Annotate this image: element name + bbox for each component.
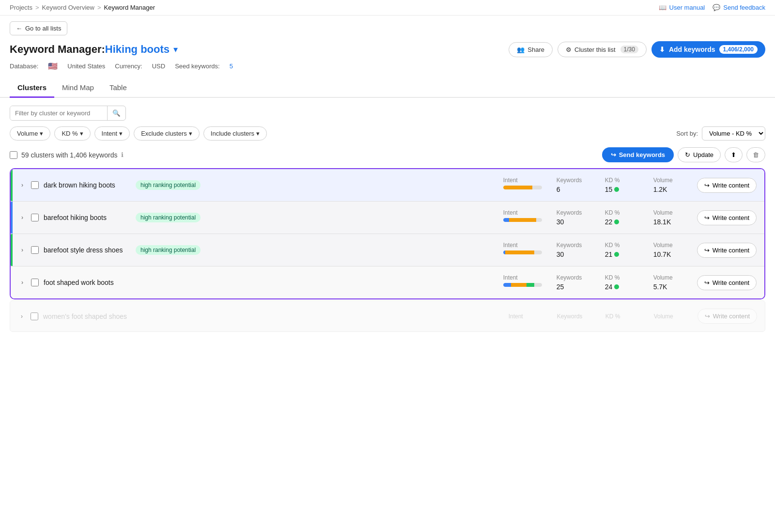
cluster-this-list-button[interactable]: ⚙ Cluster this list 1/30 (558, 42, 647, 57)
breadcrumb-projects[interactable]: Projects (10, 4, 32, 11)
send-keywords-button[interactable]: ↪ Send keywords (602, 147, 674, 162)
chevron-down-icon: ▾ (189, 130, 192, 137)
volume-value-4: 5.7K (653, 283, 667, 291)
intent-label-4: Intent (503, 274, 518, 281)
kd-metric-3: KD % 21 (605, 242, 639, 258)
cluster-name-area-4: foot shaped work boots (44, 279, 503, 286)
keywords-metric-4: Keywords 25 (557, 274, 590, 291)
include-clusters-filter[interactable]: Include clusters ▾ (203, 126, 267, 141)
row-2-checkbox[interactable] (31, 214, 39, 221)
partial-name-area: women's foot shaped shoes (43, 313, 509, 320)
top-actions: 📖 User manual 💬 Send feedback (659, 4, 765, 11)
page-title-name: Hiking boots (105, 43, 170, 56)
row-4-checkbox[interactable] (31, 279, 39, 286)
kd-label-2: KD % (605, 209, 620, 216)
sort-select[interactable]: Volume - KD % (702, 126, 765, 141)
title-chevron-icon[interactable]: ▾ (173, 44, 178, 55)
intent-metric-4: Intent (503, 274, 542, 287)
volume-label-4: Volume (653, 274, 673, 281)
row-1-checkbox[interactable] (31, 181, 39, 189)
export-button[interactable]: ⬆ (725, 147, 743, 162)
title-row: Keyword Manager: Hiking boots ▾ 👥 Share … (10, 41, 765, 58)
expand-row-4-button[interactable]: › (18, 277, 26, 288)
send-feedback-button[interactable]: 💬 Send feedback (713, 4, 765, 11)
kd-dot-2 (614, 219, 619, 224)
currency-label: Currency: (115, 63, 142, 70)
cluster-icon: ⚙ (566, 46, 572, 53)
breadcrumb-keyword-overview[interactable]: Keyword Overview (42, 4, 94, 11)
partial-cluster-row: › women's foot shaped shoes Intent Keywo… (10, 300, 765, 332)
add-keywords-button[interactable]: ⬇ Add keywords 1,406/2,000 (651, 41, 765, 58)
delete-button[interactable]: 🗑 (746, 147, 765, 162)
intent-bar-4 (503, 283, 542, 287)
breadcrumb: Projects > Keyword Overview > Keyword Ma… (10, 4, 155, 11)
write-content-button-4[interactable]: ↪ Write content (697, 275, 757, 290)
expand-row-2-button[interactable]: › (18, 212, 26, 223)
sort-by-label: Sort by: (676, 130, 698, 137)
cluster-count-badge: 1/30 (620, 46, 638, 53)
top-bar: Projects > Keyword Overview > Keyword Ma… (0, 0, 775, 16)
breadcrumb-sep-2: > (97, 4, 101, 11)
export-icon: ⬆ (731, 151, 736, 158)
arrow-left-icon: ← (16, 25, 22, 32)
partial-cluster-name: women's foot shaped shoes (43, 313, 130, 320)
intent-bar-3 (503, 250, 542, 254)
intent-label-2: Intent (503, 209, 518, 216)
write-content-button-3[interactable]: ↪ Write content (697, 243, 757, 258)
chevron-down-icon: ▾ (80, 130, 83, 137)
select-all-checkbox[interactable] (10, 151, 17, 159)
intent-filter[interactable]: Intent ▾ (94, 126, 130, 141)
cluster-name-area-2: barefoot hiking boots high ranking poten… (44, 213, 503, 222)
user-manual-button[interactable]: 📖 User manual (659, 4, 705, 11)
tab-clusters[interactable]: Clusters (10, 78, 54, 98)
send-icon: ↪ (611, 151, 616, 158)
expand-partial-button[interactable]: › (18, 311, 26, 322)
kd-dot-1 (614, 187, 619, 192)
intent-bar-1 (503, 186, 542, 189)
write-content-partial-button[interactable]: ↪ Write content (698, 309, 757, 324)
tabs: Clusters Mind Map Table (0, 78, 775, 98)
seed-value[interactable]: 5 (230, 63, 233, 70)
search-input[interactable] (10, 106, 107, 120)
kd-filter[interactable]: KD % ▾ (54, 126, 90, 141)
expand-row-3-button[interactable]: › (18, 245, 26, 255)
refresh-icon: ↻ (685, 151, 690, 158)
write-icon-1: ↪ (704, 182, 710, 189)
search-button[interactable]: 🔍 (107, 106, 125, 120)
exclude-clusters-filter[interactable]: Exclude clusters ▾ (134, 126, 200, 141)
cluster-count-label: 59 clusters with 1,406 keywords ℹ (10, 151, 124, 159)
volume-label-3: Volume (653, 242, 673, 249)
volume-value-3: 10.7K (653, 250, 671, 258)
database-label: Database: (10, 63, 38, 70)
cluster-list: › dark brown hiking boots high ranking p… (10, 168, 765, 299)
intent-bar-2 (503, 218, 542, 222)
update-button[interactable]: ↻ Update (678, 147, 721, 162)
cluster-metrics-1: Intent Keywords 6 KD % 15 (503, 177, 687, 193)
book-icon: 📖 (659, 4, 666, 11)
tab-table[interactable]: Table (102, 78, 135, 98)
volume-filter[interactable]: Volume ▾ (10, 126, 50, 141)
partial-checkbox[interactable] (31, 313, 38, 320)
write-content-button-2[interactable]: ↪ Write content (697, 210, 757, 225)
cluster-name-4: foot shaped work boots (44, 279, 131, 286)
chevron-down-icon: ▾ (256, 130, 260, 137)
keywords-value-3: 30 (557, 250, 564, 258)
expand-row-1-button[interactable]: › (18, 180, 26, 190)
kd-dot-4 (614, 284, 619, 289)
row-3-checkbox[interactable] (31, 246, 39, 254)
keywords-value-1: 6 (557, 186, 560, 193)
tab-mind-map[interactable]: Mind Map (54, 78, 102, 98)
feedback-icon: 💬 (713, 4, 720, 11)
table-header-row: 59 clusters with 1,406 keywords ℹ ↪ Send… (10, 147, 765, 162)
table-row: › barefoot style dress shoes high rankin… (11, 234, 764, 266)
kd-dot-3 (614, 252, 619, 257)
kw-count-badge: 1,406/2,000 (719, 45, 758, 54)
filter-sort-row: Volume ▾ KD % ▾ Intent ▾ Exclude cluster… (10, 126, 765, 141)
intent-metric-2: Intent (503, 209, 542, 222)
back-button[interactable]: ← Go to all lists (10, 21, 67, 35)
table-actions: ↪ Send keywords ↻ Update ⬆ 🗑 (602, 147, 765, 162)
share-button[interactable]: 👥 Share (509, 42, 553, 57)
write-content-button-1[interactable]: ↪ Write content (697, 178, 757, 193)
kd-value-1: 15 (605, 186, 620, 193)
info-icon[interactable]: ℹ (121, 151, 124, 158)
